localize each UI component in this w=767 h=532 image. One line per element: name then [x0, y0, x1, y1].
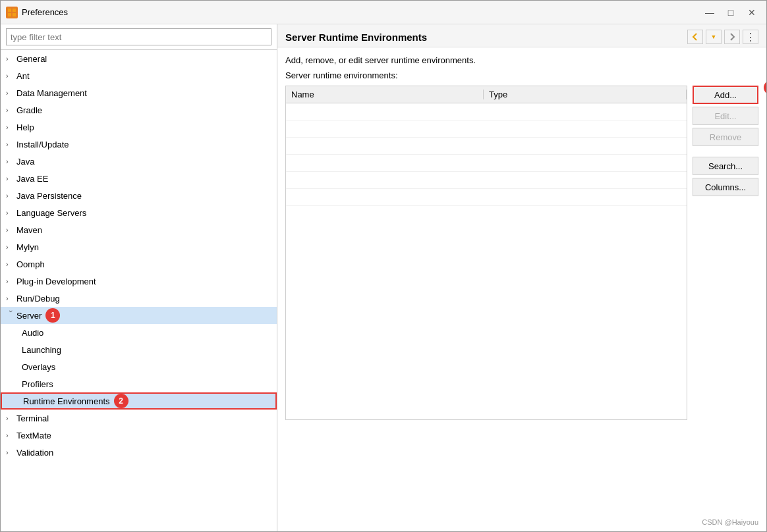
forward-icon [727, 32, 737, 41]
close-button[interactable]: ✕ [743, 5, 761, 20]
arrow-icon: › [6, 106, 16, 114]
table-col-name: Name [286, 90, 484, 99]
panel-title: Server Runtime Environments [285, 32, 427, 43]
tree-container[interactable]: › General › Ant › Data Management › Grad… [1, 50, 277, 531]
arrow-icon: › [6, 414, 16, 422]
sidebar-item-label: Validation [16, 448, 53, 458]
sidebar-item-label: Oomph [16, 259, 45, 269]
sidebar-item-overlays[interactable]: Overlays [1, 358, 277, 375]
sidebar-item-validation[interactable]: › Validation [1, 444, 277, 461]
search-button[interactable]: Search... [693, 157, 758, 175]
sidebar-item-java[interactable]: › Java [1, 153, 277, 170]
runtime-environments-badge: 2 [114, 394, 128, 408]
server-badge: 1 [45, 308, 60, 323]
table-col-type: Type [484, 90, 687, 99]
sidebar-item-runtime-environments[interactable]: Runtime Environments 2 [1, 392, 277, 410]
sidebar-item-language-servers[interactable]: › Language Servers [1, 204, 277, 221]
remove-button[interactable]: Remove [693, 128, 758, 146]
sidebar-item-install-update[interactable]: › Install/Update [1, 136, 277, 153]
menu-button[interactable]: ⋮ [743, 30, 758, 44]
arrow-icon: › [6, 192, 16, 200]
arrow-icon: › [7, 310, 15, 321]
sidebar-item-label: Profilers [22, 379, 53, 389]
sidebar-item-label: Java EE [16, 174, 48, 184]
sidebar-item-label: Run/Debug [16, 294, 60, 304]
filter-box [1, 24, 277, 50]
env-table-header: Name Type [286, 86, 687, 103]
arrow-icon: › [6, 260, 16, 268]
sidebar-item-data-management[interactable]: › Data Management [1, 84, 277, 101]
panel-subtitle: Server runtime environments: [285, 70, 758, 80]
svg-rect-1 [13, 9, 16, 12]
minimize-button[interactable]: — [700, 5, 719, 20]
sidebar-item-label: Plug-in Development [16, 277, 96, 286]
add-btn-container: Add... 3 [693, 86, 758, 104]
sidebar-item-run-debug[interactable]: › Run/Debug [1, 290, 277, 307]
table-row [286, 155, 687, 172]
sidebar-item-general[interactable]: › General [1, 50, 277, 67]
action-buttons: Add... 3 Edit... Remove Search... Column… [693, 86, 758, 420]
sidebar-item-help[interactable]: › Help [1, 119, 277, 136]
maximize-button[interactable]: □ [722, 5, 740, 20]
sidebar-item-textmate[interactable]: › TextMate [1, 427, 277, 444]
add-button[interactable]: Add... [693, 86, 758, 104]
sidebar: › General › Ant › Data Management › Grad… [1, 24, 277, 531]
dropdown-button[interactable]: ▼ [706, 30, 722, 44]
sidebar-item-label: Ant [16, 71, 30, 81]
sidebar-item-plugin-development[interactable]: › Plug-in Development [1, 273, 277, 290]
arrow-icon: › [6, 55, 16, 63]
table-row [286, 172, 687, 189]
arrow-icon: › [6, 140, 16, 148]
sidebar-item-gradle[interactable]: › Gradle [1, 101, 277, 119]
sidebar-item-label: General [16, 54, 47, 64]
preferences-window: Preferences — □ ✕ › General › Ant [0, 0, 767, 532]
arrow-icon: › [6, 243, 16, 251]
sidebar-item-audio[interactable]: Audio [1, 324, 277, 341]
sidebar-item-maven[interactable]: › Maven [1, 221, 277, 238]
sidebar-item-terminal[interactable]: › Terminal [1, 410, 277, 427]
sidebar-item-label: Runtime Environments [23, 396, 110, 406]
arrow-icon: › [6, 277, 16, 285]
arrow-icon: › [6, 226, 16, 234]
dropdown-arrow-icon: ▼ [711, 34, 717, 40]
table-container: Name Type [285, 86, 758, 420]
panel-header: Server Runtime Environments ▼ [277, 24, 766, 47]
sidebar-item-label: Server [16, 311, 42, 321]
button-separator [693, 149, 758, 154]
forward-button[interactable] [724, 30, 740, 44]
sidebar-item-java-persistence[interactable]: › Java Persistence [1, 187, 277, 204]
arrow-icon: › [6, 294, 16, 302]
sidebar-item-profilers[interactable]: Profilers [1, 375, 277, 392]
sidebar-item-label: Install/Update [16, 140, 69, 149]
env-table: Name Type [285, 86, 687, 420]
window-controls: — □ ✕ [700, 5, 761, 20]
edit-button[interactable]: Edit... [693, 107, 758, 125]
sidebar-item-launching[interactable]: Launching [1, 341, 277, 358]
sidebar-item-label: Launching [22, 345, 61, 355]
table-row [286, 189, 687, 206]
arrow-icon: › [6, 431, 16, 439]
back-icon [691, 32, 700, 41]
sidebar-item-label: Audio [22, 328, 43, 338]
watermark-text: CSDN @Haiyouu [702, 518, 758, 526]
panel-toolbar: ▼ ⋮ [687, 30, 758, 44]
panel-body: Add, remove, or edit server runtime envi… [277, 47, 766, 531]
sidebar-item-label: Java [16, 157, 34, 167]
back-button[interactable] [687, 30, 703, 44]
filter-input[interactable] [6, 28, 271, 45]
sidebar-item-label: Java Persistence [16, 191, 82, 201]
app-icon [6, 7, 18, 18]
sidebar-item-label: Language Servers [16, 208, 86, 218]
sidebar-item-label: TextMate [16, 431, 51, 440]
columns-button[interactable]: Columns... [693, 178, 758, 196]
arrow-icon: › [6, 174, 16, 182]
sidebar-item-ant[interactable]: › Ant [1, 67, 277, 84]
sidebar-item-label: Maven [16, 225, 42, 235]
main-content: › General › Ant › Data Management › Grad… [1, 24, 766, 531]
arrow-icon: › [6, 209, 16, 217]
sidebar-item-oomph[interactable]: › Oomph [1, 255, 277, 273]
sidebar-item-java-ee[interactable]: › Java EE [1, 170, 277, 187]
svg-rect-2 [8, 13, 11, 16]
sidebar-item-server[interactable]: › Server 1 [1, 307, 277, 324]
sidebar-item-mylyn[interactable]: › Mylyn [1, 238, 277, 255]
